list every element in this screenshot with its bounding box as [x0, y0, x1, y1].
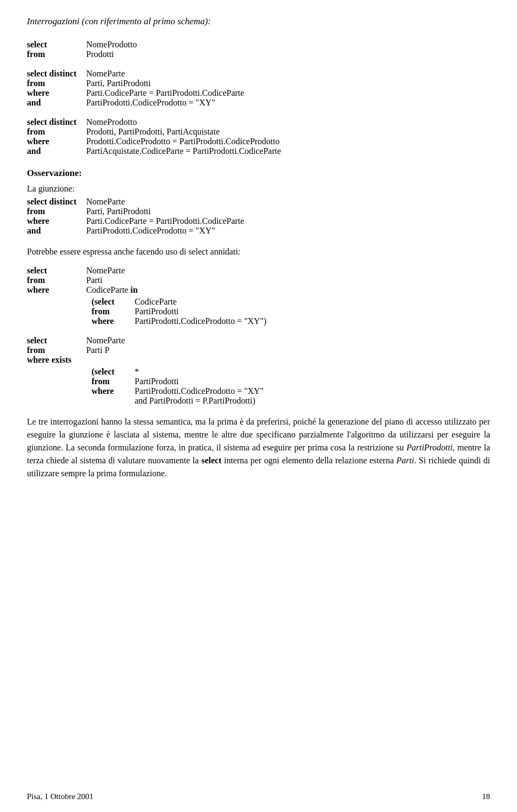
keyword-and-4: and [27, 226, 86, 236]
keyword-sub-from-6: from [92, 377, 135, 386]
keyword-where-exists-6: where exists [27, 355, 86, 365]
value-select-5: NomeParte [86, 266, 490, 276]
value-from-4: Parti, PartiProdotti [86, 207, 490, 216]
value-where-3: Prodotti.CodiceProdotto = PartiProdotti.… [86, 137, 490, 146]
keyword-select-distinct-3: select distinct [27, 117, 86, 127]
value-select-6: NomeParte [86, 336, 490, 345]
keyword-select-5: select [27, 266, 86, 276]
keyword-where-5: where [27, 285, 86, 295]
keyword-from-3: from [27, 127, 86, 137]
value-from-3: Prodotti, PartiProdotti, PartiAcquistate [86, 127, 490, 137]
keyword-select-distinct-4: select distinct [27, 197, 86, 207]
query-block-4: select distinct NomeParte from Parti, Pa… [27, 197, 490, 236]
keyword-and-2: and [27, 98, 86, 108]
keyword-sub-select-6: (select [92, 367, 135, 377]
value-sub-from-5: PartiProdotti [135, 307, 490, 316]
keyword-select-6: select [27, 336, 86, 345]
value-sub-where-6: PartiProdotti.CodiceProdotto = "XY" [135, 386, 490, 396]
prose-annidati: Potrebbe essere espressa anche facendo u… [27, 245, 490, 258]
keyword-from-1: from [27, 50, 86, 59]
value-and-4: PartiProdotti.CodiceProdotto = "XY" [86, 226, 490, 236]
value-from-5: Parti [86, 276, 490, 285]
keyword-select-distinct-2: select distinct [27, 69, 86, 79]
keyword-where-2: where [27, 88, 86, 98]
value-from-1: Prodotti [86, 50, 490, 59]
footer-date: Pisa, 1 Ottobre 2001 [27, 792, 93, 801]
keyword-sub-select-5: (select [92, 297, 135, 307]
query-block-2: select distinct NomeParte from Parti, Pa… [27, 69, 490, 108]
keyword-from-2: from [27, 79, 86, 88]
value-sub-where-5: PartiProdotti.CodiceProdotto = "XY") [135, 316, 490, 326]
keyword-sub-where-6: where [92, 386, 135, 396]
keyword-where-4: where [27, 216, 86, 226]
keyword-from-4: from [27, 207, 86, 216]
observation-sub: La giunzione: [27, 184, 490, 194]
value-and-2: PartiProdotti.CodiceProdotto = "XY" [86, 98, 490, 108]
query-block-1: select NomeProdotto from Prodotti [27, 40, 490, 59]
prose-conclusion: Le tre interrogazioni hanno la stessa se… [27, 415, 490, 480]
keyword-sub-and-6 [92, 396, 135, 406]
value-select-1: NomeProdotto [86, 40, 490, 50]
value-and-3: PartiAcquistate.CodiceParte = PartiProdo… [86, 146, 490, 156]
value-where-4: Parti.CodiceParte = PartiProdotti.Codice… [86, 216, 490, 226]
observation-label: Osservazione: [27, 168, 490, 179]
nested-select-6: (select * from PartiProdotti where Parti… [92, 367, 490, 406]
value-sub-select-6: * [135, 367, 490, 377]
value-where-5: CodiceParte in [86, 285, 490, 295]
keyword-from-6: from [27, 345, 86, 355]
value-sub-select-5: CodiceParte [135, 297, 490, 307]
value-where-2: Parti.CodiceParte = PartiProdotti.Codice… [86, 88, 490, 98]
keyword-and-3: and [27, 146, 86, 156]
value-where-exists-6 [86, 355, 490, 365]
keyword-sub-where-5: where [92, 316, 135, 326]
footer-page: 18 [482, 792, 490, 801]
query-block-5: select NomeParte from Parti where Codice… [27, 266, 490, 326]
keyword-from-5: from [27, 276, 86, 285]
value-select-2: NomeParte [86, 69, 490, 79]
value-sub-and-6: and PartiProdotti = P.PartiProdotti) [135, 396, 490, 406]
value-select-3: NomeProdotto [86, 117, 490, 127]
value-from-6: Parti P [86, 345, 490, 355]
query-block-3: select distinct NomeProdotto from Prodot… [27, 117, 490, 156]
value-sub-from-6: PartiProdotti [135, 377, 490, 386]
value-from-2: Parti, PartiProdotti [86, 79, 490, 88]
query-block-6: select NomeParte from Parti P where exis… [27, 336, 490, 406]
keyword-sub-from-5: from [92, 307, 135, 316]
nested-select-5: (select CodiceParte from PartiProdotti w… [92, 297, 490, 326]
footer: Pisa, 1 Ottobre 2001 18 [27, 792, 490, 801]
value-select-4: NomeParte [86, 197, 490, 207]
page-title: Interrogazioni (con riferimento al primo… [27, 16, 490, 27]
keyword-where-3: where [27, 137, 86, 146]
keyword-select-1: select [27, 40, 86, 50]
